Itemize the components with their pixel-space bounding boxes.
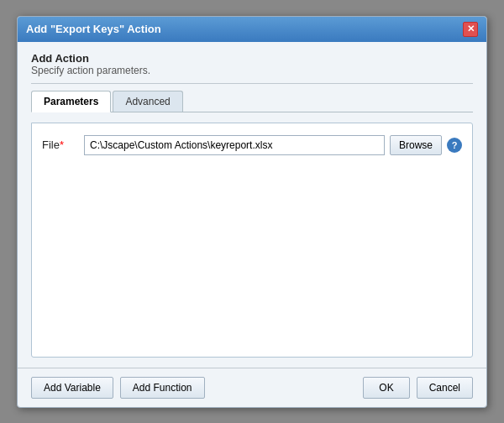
required-asterisk: * — [60, 138, 64, 151]
add-function-button[interactable]: Add Function — [120, 377, 205, 399]
section-title: Add Action — [31, 52, 473, 65]
file-input[interactable] — [84, 135, 385, 155]
browse-button[interactable]: Browse — [390, 135, 442, 155]
tab-parameters[interactable]: Parameters — [31, 91, 111, 112]
file-row: File* Browse ? — [42, 135, 462, 155]
tab-advanced[interactable]: Advanced — [113, 91, 182, 112]
dialog-footer: Add Variable Add Function OK Cancel — [18, 368, 486, 407]
add-variable-button[interactable]: Add Variable — [31, 377, 113, 399]
cancel-button[interactable]: Cancel — [417, 377, 473, 399]
divider — [31, 83, 473, 84]
dialog-titlebar: Add "Export Keys" Action ✕ — [18, 17, 486, 42]
dialog: Add "Export Keys" Action ✕ Add Action Sp… — [17, 16, 487, 408]
file-label: File* — [42, 138, 84, 151]
footer-right: OK Cancel — [363, 377, 473, 399]
footer-left: Add Variable Add Function — [31, 377, 205, 399]
help-icon[interactable]: ? — [447, 138, 462, 153]
tab-content: File* Browse ? — [31, 123, 473, 358]
dialog-title: Add "Export Keys" Action — [26, 23, 161, 35]
close-button[interactable]: ✕ — [463, 22, 478, 37]
tab-bar: Parameters Advanced — [31, 91, 473, 112]
ok-button[interactable]: OK — [363, 377, 409, 399]
dialog-body: Add Action Specify action parameters. Pa… — [18, 42, 486, 368]
section-header: Add Action Specify action parameters. — [31, 52, 473, 76]
section-subtitle: Specify action parameters. — [31, 65, 473, 76]
